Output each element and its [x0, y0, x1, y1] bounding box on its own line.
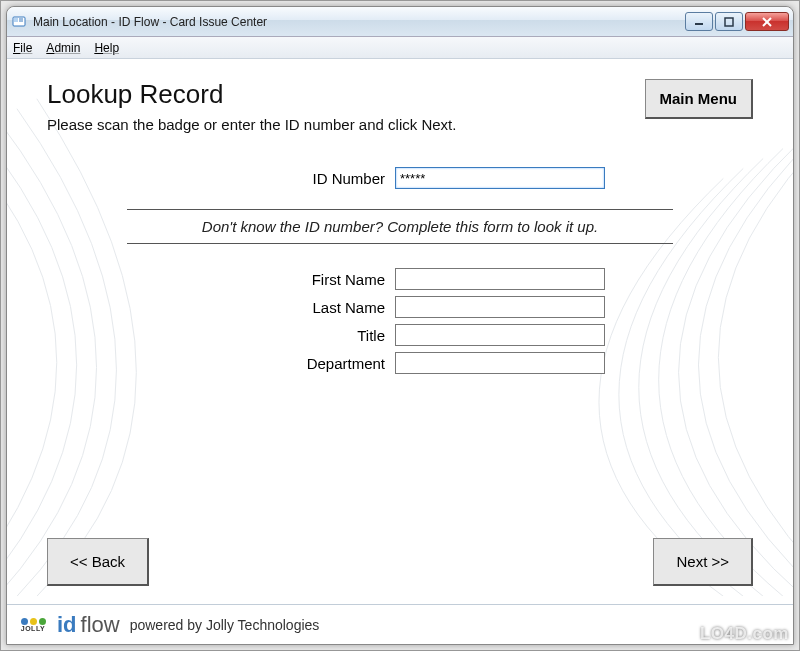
footer: JOLLY id flow powered by Jolly Technolog… [7, 604, 793, 644]
maximize-button[interactable] [715, 12, 743, 31]
brand-flow: flow [81, 612, 120, 638]
id-number-row: ID Number [47, 167, 753, 189]
page-heading: Lookup Record [47, 79, 456, 110]
svg-rect-5 [725, 18, 733, 26]
separator-bottom [127, 243, 673, 244]
jolly-label: JOLLY [21, 625, 45, 632]
first-name-label: First Name [195, 271, 395, 288]
main-menu-button[interactable]: Main Menu [645, 79, 754, 119]
svg-rect-1 [14, 18, 18, 22]
brand-id: id [57, 612, 77, 638]
jolly-logo: JOLLY [17, 609, 49, 641]
department-row: Department [47, 352, 753, 374]
back-button[interactable]: << Back [47, 538, 149, 586]
window: Main Location - ID Flow - Card Issue Cen… [6, 6, 794, 645]
minimize-button[interactable] [685, 12, 713, 31]
titlebar[interactable]: Main Location - ID Flow - Card Issue Cen… [7, 7, 793, 37]
first-name-input[interactable] [395, 268, 605, 290]
first-name-row: First Name [47, 268, 753, 290]
department-input[interactable] [395, 352, 605, 374]
title-input[interactable] [395, 324, 605, 346]
last-name-row: Last Name [47, 296, 753, 318]
logo-dot-blue-icon [21, 618, 28, 625]
title-label: Title [195, 327, 395, 344]
last-name-label: Last Name [195, 299, 395, 316]
screenshot-frame: Main Location - ID Flow - Card Issue Cen… [0, 0, 800, 651]
window-title: Main Location - ID Flow - Card Issue Cen… [33, 15, 267, 29]
department-label: Department [195, 355, 395, 372]
logo-dot-yellow-icon [30, 618, 37, 625]
helper-text: Don't know the ID number? Complete this … [47, 218, 753, 235]
last-name-input[interactable] [395, 296, 605, 318]
next-button[interactable]: Next >> [653, 538, 753, 586]
content-area: Lookup Record Please scan the badge or e… [7, 59, 793, 604]
close-button[interactable] [745, 12, 789, 31]
page-instruction: Please scan the badge or enter the ID nu… [47, 116, 456, 133]
id-number-label: ID Number [195, 170, 395, 187]
nav-buttons: << Back Next >> [47, 538, 753, 586]
separator-top [127, 209, 673, 210]
menu-file[interactable]: File [13, 41, 32, 55]
brand-subtitle: powered by Jolly Technologies [130, 617, 320, 633]
id-number-input[interactable] [395, 167, 605, 189]
menu-admin[interactable]: Admin [46, 41, 80, 55]
app-icon [11, 14, 27, 30]
window-controls [683, 12, 789, 31]
menubar: File Admin Help [7, 37, 793, 59]
menu-help[interactable]: Help [94, 41, 119, 55]
logo-dot-green-icon [39, 618, 46, 625]
title-row: Title [47, 324, 753, 346]
